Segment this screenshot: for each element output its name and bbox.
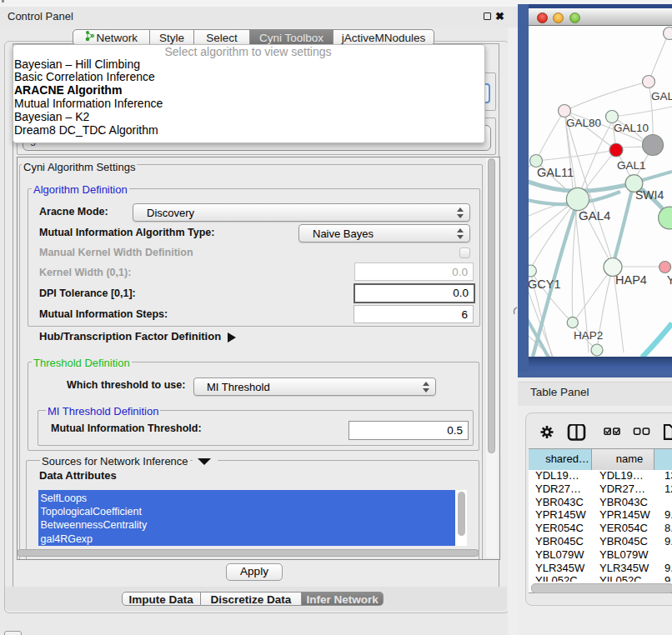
svg-text:GAL1: GAL1 — [617, 159, 646, 172]
svg-text:GAL10: GAL10 — [614, 122, 649, 134]
svg-text:HAP2: HAP2 — [574, 329, 603, 342]
svg-text:GAL11: GAL11 — [537, 166, 574, 179]
svg-text:HAP4: HAP4 — [615, 273, 647, 287]
svg-text:Y: Y — [667, 273, 672, 287]
svg-text:GCY1: GCY1 — [529, 278, 561, 291]
svg-text:GAL: GAL — [651, 90, 672, 102]
svg-text:GAL80: GAL80 — [566, 117, 601, 129]
svg-text:SWI4: SWI4 — [635, 188, 664, 202]
svg-text:GAL4: GAL4 — [579, 208, 610, 222]
